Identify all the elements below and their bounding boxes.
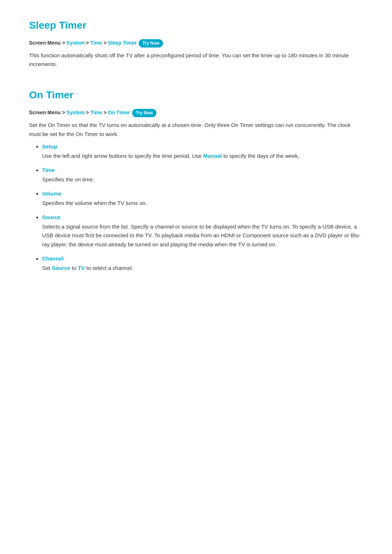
breadcrumb-sleep-timer[interactable]: Sleep Timer <box>108 40 136 46</box>
desc-channel: Set Source to TV to select a channel. <box>42 264 363 273</box>
sleep-timer-title: Sleep Timer <box>29 17 363 34</box>
desc-volume: Specifies the volume when the TV turns o… <box>42 199 363 208</box>
list-item-channel: Channel Set Source to TV to select a cha… <box>42 254 363 273</box>
term-volume[interactable]: Volume <box>42 190 61 197</box>
desc-setup: Use the left and right arrow buttons to … <box>42 152 363 161</box>
on-timer-section: On Timer Screen Menu > System > Time > O… <box>29 87 363 272</box>
try-now-badge-sleep[interactable]: Try Now <box>139 39 163 48</box>
sleep-timer-description: This function automatically shuts off th… <box>29 51 363 69</box>
sleep-timer-breadcrumb: Screen Menu > System > Time > Sleep Time… <box>29 39 363 48</box>
breadcrumb-time-on[interactable]: Time <box>90 110 102 115</box>
breadcrumb-on-timer[interactable]: On Timer <box>108 110 130 115</box>
breadcrumb-sep2-on: > <box>102 110 108 115</box>
list-item-time: Time Specifies the on time. <box>42 166 363 184</box>
breadcrumb-prefix-on: Screen Menu > <box>29 110 66 115</box>
term-channel[interactable]: Channel <box>42 255 64 262</box>
term-source[interactable]: Source <box>42 214 61 220</box>
breadcrumb-prefix: Screen Menu > <box>29 40 66 46</box>
on-timer-description: Set the On Timer so that the TV turns on… <box>29 121 363 139</box>
try-now-badge-on[interactable]: Try Now <box>132 109 156 117</box>
breadcrumb-sep2: > <box>102 40 108 46</box>
on-timer-title: On Timer <box>29 87 363 103</box>
desc-source: Selects a signal source from the list. S… <box>42 222 363 249</box>
term-time[interactable]: Time <box>42 167 55 173</box>
list-item-volume: Volume Specifies the volume when the TV … <box>42 189 363 208</box>
link-tv-in-channel[interactable]: TV <box>78 265 85 271</box>
link-source-in-channel[interactable]: Source <box>52 265 70 271</box>
link-manual[interactable]: Manual <box>203 153 222 159</box>
on-timer-breadcrumb: Screen Menu > System > Time > On TimerTr… <box>29 108 363 117</box>
breadcrumb-system-on[interactable]: System <box>66 110 85 115</box>
breadcrumb-sep1-on: > <box>85 110 90 115</box>
sleep-timer-section: Sleep Timer Screen Menu > System > Time … <box>29 17 363 69</box>
list-item-source: Source Selects a signal source from the … <box>42 213 363 249</box>
breadcrumb-system[interactable]: System <box>66 40 85 46</box>
list-item-setup: Setup Use the left and right arrow butto… <box>42 142 363 161</box>
breadcrumb-time[interactable]: Time <box>90 40 102 46</box>
term-setup[interactable]: Setup <box>42 143 57 149</box>
breadcrumb-sep1: > <box>85 40 90 46</box>
desc-time: Specifies the on time. <box>42 175 363 184</box>
on-timer-list: Setup Use the left and right arrow butto… <box>29 142 363 272</box>
